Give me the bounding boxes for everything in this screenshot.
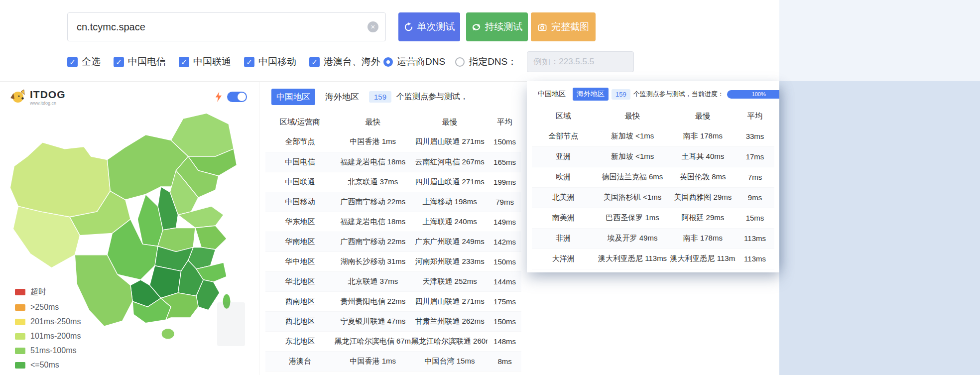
cell-region: 华中地区: [265, 251, 335, 271]
legend-swatch: [15, 348, 25, 354]
table-row: 欧洲 德国法兰克福 6ms 英国伦敦 8ms 7ms: [532, 167, 774, 187]
cell-average: 7ms: [735, 167, 774, 187]
table-row: 华南地区 广西南宁移动 22ms 广东广州联通 249ms 142ms: [265, 232, 521, 251]
loop-icon: [472, 22, 481, 32]
radio-custom-dns[interactable]: 指定DNS：: [455, 55, 517, 68]
cell-fastest: 福建龙岩电信 18ms: [335, 152, 411, 172]
table-header-row: 区域/运营商最快最慢平均: [265, 112, 521, 132]
checkbox-checked-icon: ✓: [244, 57, 254, 67]
cell-fastest: 埃及开罗 49ms: [595, 228, 670, 249]
carrier-checkbox[interactable]: ✓ 中国移动: [244, 55, 296, 68]
cell-slowest: 中国台湾 15ms: [411, 351, 488, 371]
column-header: 区域/运营商: [265, 112, 335, 132]
filters-row: ✓ 全选 ✓ 中国电信 ✓ 中国联通 ✓ 中国: [67, 51, 380, 72]
itdog-logo: ITDOG www.itdog.cn: [10, 89, 66, 106]
cell-region: 中国电信: [265, 152, 335, 172]
cell-region: 西北地区: [265, 311, 335, 331]
china-result-table: 区域/运营商最快最慢平均 全部节点 中国香港 1ms 四川眉山联通 271ms …: [265, 112, 521, 372]
cell-slowest: 土耳其 40ms: [670, 146, 735, 167]
overseas-panel-head: 中国地区 海外地区 159 个监测点参与测试，当前进度： 100%: [527, 81, 779, 105]
cell-region: 东北地区: [265, 331, 335, 351]
host-input[interactable]: [68, 21, 368, 33]
column-header: 平均: [488, 112, 521, 132]
single-test-button[interactable]: 单次测试: [398, 12, 460, 41]
clear-input-icon[interactable]: ×: [368, 21, 378, 32]
cell-average: 150ms: [488, 251, 521, 271]
monitor-count-badge: 159: [369, 91, 391, 103]
legend-item: >250ms: [15, 303, 81, 312]
china-result-panel: 中国地区 海外地区 159 个监测点参与测试， 区域/运营商最快最慢平均 全部节…: [259, 81, 527, 375]
legend-item: <=50ms: [15, 361, 81, 370]
checkbox-checked-icon: ✓: [67, 57, 78, 67]
table-row: 港澳台 中国香港 1ms 中国台湾 15ms 8ms: [265, 351, 521, 371]
legend-label: 51ms-100ms: [30, 346, 76, 355]
cell-fastest: 广西南宁移动 22ms: [335, 232, 411, 251]
cell-fastest: 澳大利亚悉尼 113ms: [595, 249, 670, 269]
cell-region: 华南地区: [265, 232, 335, 251]
radio-carrier-dns[interactable]: 运营商DNS: [383, 55, 445, 68]
progress-bar: 100%: [727, 90, 779, 99]
table-row: 华北地区 北京联通 37ms 天津联通 252ms 144ms: [265, 271, 521, 291]
cell-slowest: 南非 178ms: [670, 126, 735, 146]
cell-region: 中国联通: [265, 172, 335, 192]
cell-average: 150ms: [488, 132, 521, 152]
cell-slowest: 阿根廷 29ms: [670, 208, 735, 228]
cell-fastest: 美国洛杉矶 <1ms: [595, 187, 670, 208]
tab-overseas-region[interactable]: 海外地区: [320, 89, 364, 105]
carrier-checkbox-group: ✓ 全选 ✓ 中国电信 ✓ 中国联通 ✓ 中国: [67, 55, 380, 68]
radio-unselected-icon: [455, 57, 465, 67]
logo-subtext: www.itdog.cn: [30, 101, 66, 106]
cell-average: 17ms: [735, 146, 774, 167]
cell-average: 113ms: [735, 228, 774, 249]
cell-average: 144ms: [488, 271, 521, 291]
table-header-row: 区域最快最慢平均: [532, 106, 774, 126]
tab-overseas-region[interactable]: 海外地区: [573, 88, 609, 101]
cell-slowest: 天津联通 252ms: [411, 271, 488, 291]
custom-dns-input[interactable]: [527, 51, 634, 72]
cell-region: 中国移动: [265, 192, 335, 212]
legend-label: <=50ms: [30, 361, 59, 370]
continuous-test-button[interactable]: 持续测试: [466, 12, 528, 41]
checkbox-checked-icon: ✓: [114, 57, 124, 67]
cell-average: 113ms: [735, 249, 774, 269]
table-row: 大洋洲 澳大利亚悉尼 113ms 澳大利亚悉尼 113ms 113ms: [532, 249, 774, 269]
cell-region: 北美洲: [532, 187, 595, 208]
carrier-checkbox[interactable]: ✓ 全选: [67, 55, 101, 68]
toggle-knob: [238, 93, 246, 101]
legend-swatch: [15, 362, 25, 369]
carrier-checkbox[interactable]: ✓ 港澳台、海外: [309, 55, 380, 68]
tab-china-region[interactable]: 中国地区: [534, 88, 570, 101]
cell-average: 148ms: [488, 331, 521, 351]
topbar: × 单次测试 持续测试 完整截图: [0, 0, 779, 81]
tab-china-region[interactable]: 中国地区: [271, 89, 315, 105]
carrier-checkbox[interactable]: ✓ 中国电信: [114, 55, 166, 68]
table-row: 非洲 埃及开罗 49ms 南非 178ms 113ms: [532, 228, 774, 249]
full-screenshot-button[interactable]: 完整截图: [531, 12, 596, 41]
cell-slowest: 黑龙江哈尔滨联通 260ms: [411, 331, 488, 351]
cell-region: 华东地区: [265, 212, 335, 232]
column-header: 最慢: [670, 106, 735, 126]
latency-legend: 超时 >250ms 201ms-250ms 101ms-200ms: [15, 287, 81, 370]
column-header: 最快: [595, 106, 670, 126]
checkbox-label: 中国移动: [258, 55, 296, 68]
full-screenshot-label: 完整截图: [551, 20, 589, 33]
cell-fastest: 北京联通 37ms: [335, 172, 411, 192]
dog-icon: [10, 89, 27, 105]
cell-fastest: 中国香港 1ms: [335, 132, 411, 152]
cell-average: 149ms: [488, 212, 521, 232]
background-right-top: [779, 0, 980, 81]
checkbox-label: 中国联通: [193, 55, 231, 68]
table-row: 东北地区 黑龙江哈尔滨电信 67ms 黑龙江哈尔滨联通 260ms 148ms: [265, 331, 521, 351]
cell-fastest: 新加坡 <1ms: [595, 126, 670, 146]
cell-fastest: 贵州贵阳电信 22ms: [335, 291, 411, 311]
table-row: 中国联通 北京联通 37ms 四川眉山联通 271ms 199ms: [265, 172, 521, 192]
legend-item: 101ms-200ms: [15, 332, 81, 341]
map-mode-toggle[interactable]: [227, 92, 247, 102]
cell-region: 华北地区: [265, 271, 335, 291]
radio-selected-icon: [383, 57, 393, 67]
cell-slowest: 上海移动 198ms: [411, 192, 488, 212]
carrier-checkbox[interactable]: ✓ 中国联通: [179, 55, 231, 68]
lightning-icon: [215, 92, 222, 102]
cell-fastest: 宁夏银川联通 47ms: [335, 311, 411, 331]
cell-slowest: 澳大利亚悉尼 113ms: [670, 249, 735, 269]
